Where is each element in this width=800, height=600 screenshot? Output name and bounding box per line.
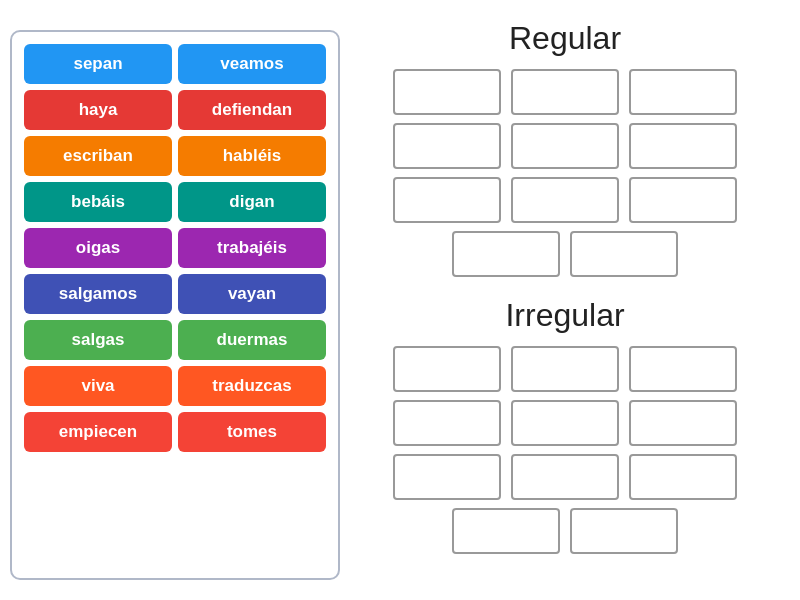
tile-defiendan[interactable]: defiendan	[178, 90, 326, 130]
regular-cell-2-3[interactable]	[629, 123, 737, 169]
regular-cell-4-2[interactable]	[570, 231, 678, 277]
tile-digan[interactable]: digan	[178, 182, 326, 222]
irregular-cell-1-1[interactable]	[393, 346, 501, 392]
irregular-cell-4-1[interactable]	[452, 508, 560, 554]
tile-row-1: haya defiendan	[24, 90, 326, 130]
right-panel: Regular	[340, 20, 790, 580]
main-container: sepan veamos haya defiendan escriban hab…	[0, 0, 800, 600]
regular-cell-3-2[interactable]	[511, 177, 619, 223]
irregular-cell-2-1[interactable]	[393, 400, 501, 446]
irregular-row-4	[452, 508, 678, 554]
regular-row-2	[393, 123, 737, 169]
tile-row-0: sepan veamos	[24, 44, 326, 84]
irregular-cell-2-2[interactable]	[511, 400, 619, 446]
tile-escriban[interactable]: escriban	[24, 136, 172, 176]
tile-row-5: salgamos vayan	[24, 274, 326, 314]
tile-row-2: escriban habléis	[24, 136, 326, 176]
tile-vayan[interactable]: vayan	[178, 274, 326, 314]
regular-cell-1-1[interactable]	[393, 69, 501, 115]
tile-row-3: bebáis digan	[24, 182, 326, 222]
tile-row-7: viva traduzcas	[24, 366, 326, 406]
regular-drop-grid	[393, 69, 737, 277]
tile-trabajeis[interactable]: trabajéis	[178, 228, 326, 268]
tile-duermas[interactable]: duermas	[178, 320, 326, 360]
irregular-drop-grid	[393, 346, 737, 554]
tile-row-6: salgas duermas	[24, 320, 326, 360]
tile-bebais[interactable]: bebáis	[24, 182, 172, 222]
word-tiles-panel: sepan veamos haya defiendan escriban hab…	[10, 30, 340, 580]
irregular-cell-1-3[interactable]	[629, 346, 737, 392]
tile-viva[interactable]: viva	[24, 366, 172, 406]
regular-row-3	[393, 177, 737, 223]
irregular-row-2	[393, 400, 737, 446]
regular-cell-1-2[interactable]	[511, 69, 619, 115]
irregular-cell-3-1[interactable]	[393, 454, 501, 500]
irregular-row-3	[393, 454, 737, 500]
irregular-cell-4-2[interactable]	[570, 508, 678, 554]
tile-oigas[interactable]: oigas	[24, 228, 172, 268]
tile-tomes[interactable]: tomes	[178, 412, 326, 452]
regular-row-4	[452, 231, 678, 277]
tile-sepan[interactable]: sepan	[24, 44, 172, 84]
tile-empiecen[interactable]: empiecen	[24, 412, 172, 452]
irregular-cell-2-3[interactable]	[629, 400, 737, 446]
tile-traduzcas[interactable]: traduzcas	[178, 366, 326, 406]
irregular-cell-1-2[interactable]	[511, 346, 619, 392]
regular-cell-1-3[interactable]	[629, 69, 737, 115]
regular-row-1	[393, 69, 737, 115]
tile-hableis[interactable]: habléis	[178, 136, 326, 176]
tile-row-8: empiecen tomes	[24, 412, 326, 452]
regular-title: Regular	[509, 20, 621, 57]
regular-cell-3-3[interactable]	[629, 177, 737, 223]
irregular-title: Irregular	[505, 297, 624, 334]
regular-cell-2-1[interactable]	[393, 123, 501, 169]
tile-salgamos[interactable]: salgamos	[24, 274, 172, 314]
tile-haya[interactable]: haya	[24, 90, 172, 130]
tile-salgas[interactable]: salgas	[24, 320, 172, 360]
irregular-row-1	[393, 346, 737, 392]
irregular-cell-3-2[interactable]	[511, 454, 619, 500]
regular-cell-4-1[interactable]	[452, 231, 560, 277]
tile-veamos[interactable]: veamos	[178, 44, 326, 84]
regular-cell-3-1[interactable]	[393, 177, 501, 223]
irregular-cell-3-3[interactable]	[629, 454, 737, 500]
tile-row-4: oigas trabajéis	[24, 228, 326, 268]
regular-cell-2-2[interactable]	[511, 123, 619, 169]
